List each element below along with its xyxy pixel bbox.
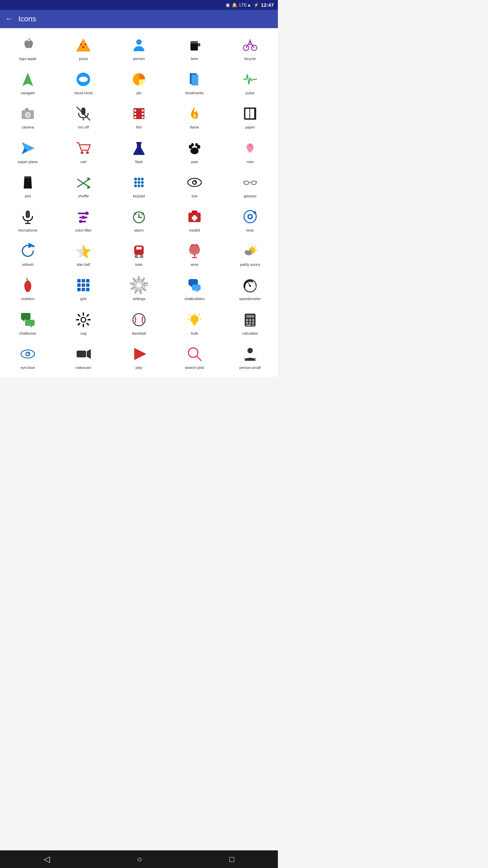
svg-point-134 [249,285,251,287]
color-filter-icon [75,208,92,225]
icon-item-cart[interactable]: cart [56,134,111,168]
icon-item-search-pink[interactable]: search-pink [167,340,222,374]
icon-item-bookmarks[interactable]: bookmarks [167,65,222,99]
icon-item-flask[interactable]: flask [111,134,167,168]
nutrition-icon [19,276,37,294]
mic-off-icon [75,105,92,122]
icon-item-flame[interactable]: flame [167,99,222,134]
paper-plane-label: paper-plane [18,160,38,164]
svg-rect-175 [246,324,251,326]
mic-off-label: mic-off [78,125,89,130]
chatbubbles-icon [186,276,203,294]
star-half-label: star-half [77,262,90,267]
icon-item-ionic[interactable]: ionic [222,202,278,237]
svg-rect-117 [86,279,89,282]
icon-item-medkit[interactable]: medkit [167,202,222,237]
svg-rect-123 [86,288,89,291]
icon-item-paw[interactable]: paw [167,134,222,168]
icon-item-paper[interactable]: paper [222,99,278,134]
svg-line-185 [197,356,201,361]
svg-rect-7 [190,41,198,43]
cog-icon [75,311,92,329]
svg-marker-53 [87,185,91,189]
icon-item-baseball[interactable]: baseball [111,305,167,340]
camera-icon [19,105,37,122]
icon-item-eye-blue[interactable]: eye-blue [0,340,56,374]
svg-point-79 [85,212,88,215]
svg-rect-161 [193,324,196,325]
icon-item-videocam[interactable]: videocam [56,340,111,374]
svg-point-15 [84,77,87,80]
svg-point-10 [249,41,251,43]
svg-rect-91 [192,217,197,219]
pizza-icon [75,36,92,54]
grid-icon [75,276,92,294]
icon-item-bicycle[interactable]: bicycle [222,31,278,65]
pie-icon [130,71,148,88]
icon-item-camera[interactable]: camera [0,99,56,134]
icon-item-wine[interactable]: wine [167,237,222,271]
svg-marker-0 [77,39,90,51]
icon-item-partly-sunny[interactable]: partly-sunny [222,237,278,271]
icon-item-calculator[interactable]: calculator [222,305,278,340]
flask-icon [130,139,148,157]
icon-item-color-filter[interactable]: color-filter [56,202,111,237]
partly-sunny-label: partly-sunny [240,262,260,267]
icon-item-mic-off[interactable]: mic-off [56,99,111,134]
grid-label: grid [80,297,86,301]
icon-item-person-small[interactable]: person-small [222,340,278,374]
svg-marker-131 [197,291,199,293]
back-button[interactable]: ← [5,15,13,23]
icon-item-grid[interactable]: grid [56,271,111,305]
svg-point-3 [85,44,87,45]
icon-item-star-half[interactable]: star-half [56,237,111,271]
icon-item-chatbubbles[interactable]: chatbubbles [167,271,222,305]
icon-item-cloud-circle[interactable]: cloud-circle [56,65,111,99]
alarm-label: alarm [134,228,144,233]
svg-point-95 [253,211,256,214]
icon-item-pie[interactable]: pie [111,65,167,99]
icon-item-bulb[interactable]: bulb [167,305,222,340]
icon-item-pulse[interactable]: pulse [222,65,278,99]
svg-rect-137 [25,320,35,326]
bookmarks-label: bookmarks [185,91,204,95]
bookmarks-icon [186,71,203,88]
icon-item-pizza[interactable]: pizza [56,31,111,65]
icon-item-alarm[interactable]: alarm [111,202,167,237]
icon-item-person[interactable]: person [111,31,167,65]
icon-item-speedometer[interactable]: speedometer [222,271,278,305]
icon-item-shuffle[interactable]: shuffle [56,168,111,202]
icon-item-keypad[interactable]: keypad [111,168,167,202]
icon-item-play[interactable]: play [111,340,167,374]
icon-item-paper-plane[interactable]: paper-plane [0,134,56,168]
icon-item-train[interactable]: train [111,237,167,271]
icon-item-chatboxes[interactable]: chatboxes [0,305,56,340]
svg-point-48 [195,143,198,146]
icon-item-logo-apple[interactable]: logo-apple [0,31,56,65]
icon-item-eye[interactable]: eye [167,168,222,202]
svg-point-148 [133,314,145,326]
memory-icon: ▣ [226,2,230,7]
icon-item-pint[interactable]: pint [0,168,56,202]
person-small-icon [241,345,259,363]
svg-point-55 [138,178,140,180]
svg-rect-30 [134,113,136,115]
icon-item-refresh[interactable]: refresh [0,237,56,271]
svg-point-66 [195,181,196,182]
icon-item-microphone[interactable]: microphone [0,202,56,237]
paper-plane-icon [19,139,37,157]
icon-item-settings[interactable]: settings [111,271,167,305]
svg-line-163 [199,314,200,315]
logo-apple-icon [19,36,37,54]
icon-item-cog[interactable]: cog [56,305,111,340]
icon-item-navigate[interactable]: navigate [0,65,56,99]
svg-rect-29 [134,110,136,112]
eye-blue-label: eye-blue [21,366,35,370]
icon-item-rose[interactable]: rose [222,134,278,168]
icon-item-nutrition[interactable]: nutrition [0,271,56,305]
icon-item-film[interactable]: film [111,99,167,134]
icon-item-glasses[interactable]: glasses [222,168,278,202]
refresh-icon [19,242,37,260]
icon-item-beer[interactable]: beer [167,31,222,65]
svg-line-109 [255,246,256,247]
